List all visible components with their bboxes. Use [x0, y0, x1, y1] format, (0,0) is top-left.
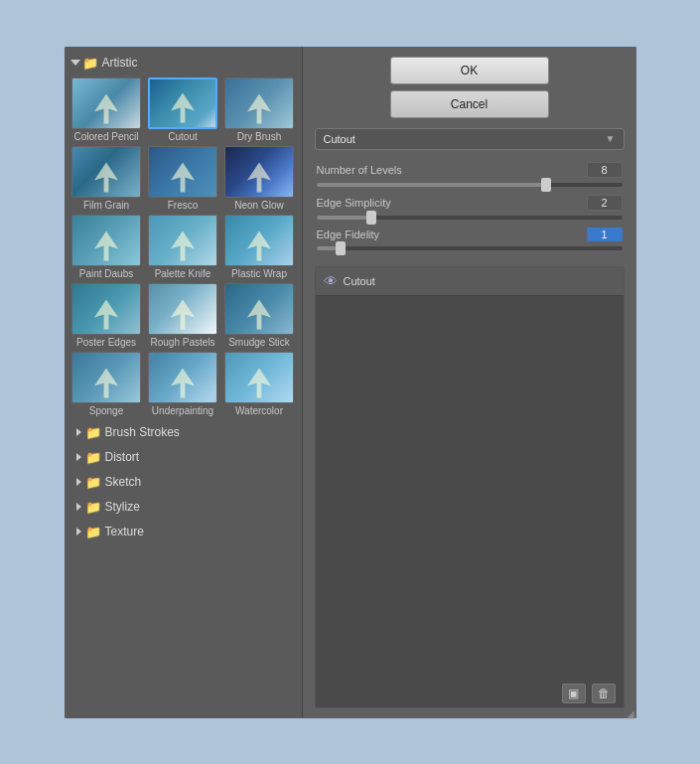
filter-gallery-dialog: 📁 Artistic Colored Pencil Cutout Dry Bru…	[63, 45, 638, 720]
brush-strokes-label: Brush Strokes	[105, 425, 180, 439]
filter-item-colored-pencil[interactable]: Colored Pencil	[70, 77, 143, 142]
stylize-folder-icon: 📁	[85, 500, 101, 515]
slider-thumb-levels[interactable]	[541, 178, 551, 192]
sketch-label: Sketch	[105, 475, 142, 489]
param-value-levels[interactable]	[587, 162, 623, 178]
stylize-folder[interactable]: 📁 Stylize	[69, 495, 298, 520]
filter-label-cutout: Cutout	[168, 131, 197, 142]
filter-item-fresco[interactable]: Fresco	[147, 146, 219, 211]
slider-thumb-edge-simplicity[interactable]	[366, 211, 376, 225]
filter-thumb-watercolor	[224, 352, 294, 403]
distort-triangle-icon	[76, 453, 81, 461]
brush-strokes-folder[interactable]: 📁 Brush Strokes	[69, 420, 298, 445]
filter-label-film-grain: Film Grain	[83, 200, 129, 211]
brush-strokes-triangle-icon	[76, 428, 81, 436]
delete-effect-layer-button[interactable]: 🗑	[592, 684, 616, 703]
filter-label-fresco: Fresco	[168, 200, 199, 211]
param-value-edge-simplicity[interactable]	[587, 195, 623, 211]
filter-thumb-underpainting	[148, 352, 217, 403]
texture-folder[interactable]: 📁 Texture	[69, 520, 298, 544]
filter-label-smudge-stick: Smudge Stick	[228, 337, 290, 348]
stylize-triangle-icon	[76, 503, 81, 511]
distort-folder[interactable]: 📁 Distort	[69, 445, 298, 470]
filter-thumb-fresco	[148, 146, 217, 198]
filter-label-paint-daubs: Paint Daubs	[79, 268, 133, 279]
filter-label-plastic-wrap: Plastic Wrap	[231, 268, 287, 279]
filter-item-cutout[interactable]: Cutout	[147, 77, 219, 142]
filter-item-poster-edges[interactable]: Poster Edges	[70, 283, 143, 348]
filter-thumb-colored-pencil	[71, 77, 141, 129]
param-label-edge-fidelity: Edge Fidelity	[317, 229, 380, 240]
filter-item-sponge[interactable]: Sponge	[70, 352, 143, 416]
filter-item-watercolor[interactable]: Watercolor	[223, 352, 296, 416]
filter-item-rough-pastels[interactable]: Rough Pastels	[147, 283, 219, 348]
chevron-down-icon: ▼	[606, 133, 616, 144]
filter-thumb-dry-brush	[224, 77, 294, 129]
artistic-filter-grid: Colored Pencil Cutout Dry Brush Film Gra…	[69, 74, 298, 420]
filter-item-plastic-wrap[interactable]: Plastic Wrap	[223, 215, 296, 279]
filter-item-film-grain[interactable]: Film Grain	[70, 146, 143, 211]
resize-handle[interactable]: ◢	[627, 708, 636, 718]
filter-label-colored-pencil: Colored Pencil	[73, 131, 138, 142]
texture-triangle-icon	[76, 528, 81, 535]
sketch-folder-icon: 📁	[85, 475, 101, 490]
param-edge-simplicity: Edge Simplicity	[317, 195, 623, 220]
filter-item-smudge-stick[interactable]: Smudge Stick	[223, 283, 296, 348]
artistic-folder-header[interactable]: 📁 Artistic	[69, 53, 298, 74]
slider-track-levels[interactable]	[317, 183, 623, 187]
filter-item-dry-brush[interactable]: Dry Brush	[223, 77, 296, 142]
filter-params: Number of Levels Edge Simplicity	[315, 156, 625, 256]
filter-selector-dropdown[interactable]: Cutout ▼	[315, 128, 625, 150]
filter-item-underpainting[interactable]: Underpainting	[147, 352, 219, 416]
slider-fill-edge-simplicity	[317, 216, 371, 220]
filter-label-poster-edges: Poster Edges	[76, 337, 136, 348]
stylize-label: Stylize	[105, 500, 140, 514]
filter-thumb-paint-daubs	[71, 215, 141, 266]
slider-track-edge-simplicity[interactable]	[317, 216, 623, 220]
filter-item-palette-knife[interactable]: Palette Knife	[147, 215, 219, 279]
filter-thumb-cutout	[148, 77, 217, 129]
ok-button[interactable]: OK	[390, 57, 549, 84]
filter-thumb-palette-knife	[148, 215, 217, 266]
layer-empty-area	[316, 296, 624, 680]
filter-item-paint-daubs[interactable]: Paint Daubs	[70, 215, 143, 279]
filter-thumb-plastic-wrap	[224, 215, 294, 266]
param-header-edge-fidelity: Edge Fidelity	[317, 228, 623, 241]
param-edge-fidelity: Edge Fidelity	[317, 228, 623, 250]
new-effect-layer-button[interactable]: ▣	[562, 684, 586, 703]
filter-label-watercolor: Watercolor	[235, 405, 283, 416]
brush-strokes-folder-icon: 📁	[85, 425, 101, 440]
param-header-edge-simplicity: Edge Simplicity	[317, 195, 623, 211]
filter-thumb-smudge-stick	[224, 283, 294, 335]
filter-thumb-sponge	[71, 352, 141, 403]
param-value-edge-fidelity[interactable]	[587, 228, 623, 241]
slider-fill-levels	[317, 183, 546, 187]
filter-thumb-rough-pastels	[148, 283, 217, 335]
layer-item-cutout[interactable]: 👁 Cutout	[316, 267, 624, 296]
distort-folder-icon: 📁	[85, 450, 101, 465]
filter-list-panel: 📁 Artistic Colored Pencil Cutout Dry Bru…	[65, 47, 303, 718]
visibility-eye-icon[interactable]: 👁	[324, 273, 338, 289]
filter-thumb-film-grain	[71, 146, 141, 198]
filter-item-neon-glow[interactable]: Neon Glow	[223, 146, 296, 211]
cancel-button[interactable]: Cancel	[390, 90, 549, 118]
artistic-folder-label: Artistic	[102, 56, 138, 70]
param-label-edge-simplicity: Edge Simplicity	[317, 197, 391, 209]
slider-track-edge-fidelity[interactable]	[317, 246, 623, 250]
filter-selector-label: Cutout	[324, 133, 355, 145]
param-label-levels: Number of Levels	[317, 164, 402, 176]
sketch-triangle-icon	[76, 478, 81, 486]
filter-label-rough-pastels: Rough Pastels	[150, 337, 214, 348]
slider-thumb-edge-fidelity[interactable]	[336, 241, 346, 255]
filter-label-palette-knife: Palette Knife	[155, 268, 211, 279]
filter-label-underpainting: Underpainting	[152, 405, 213, 416]
filter-thumb-poster-edges	[71, 283, 141, 335]
param-number-of-levels: Number of Levels	[317, 162, 623, 187]
filter-label-sponge: Sponge	[89, 405, 123, 416]
filter-thumb-neon-glow	[224, 146, 294, 198]
delete-layer-icon: 🗑	[598, 687, 610, 700]
texture-label: Texture	[105, 525, 144, 538]
new-layer-icon: ▣	[568, 687, 579, 700]
sketch-folder[interactable]: 📁 Sketch	[69, 470, 298, 495]
folder-icon: 📁	[82, 56, 98, 71]
